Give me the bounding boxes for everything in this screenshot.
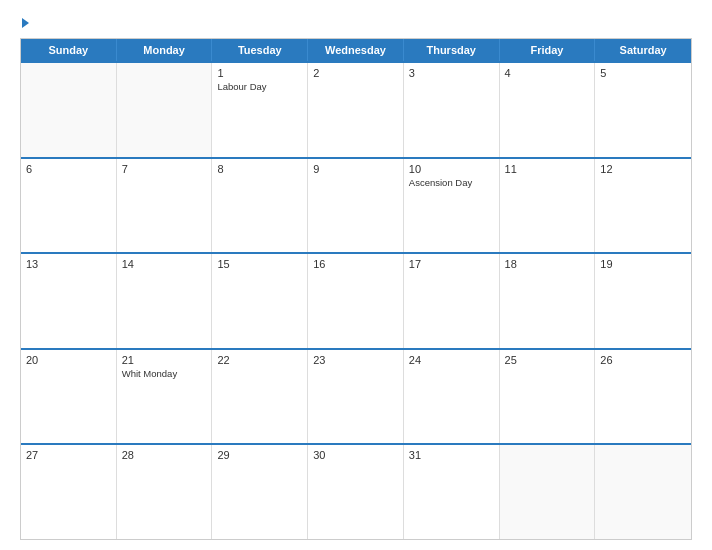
logo-blue-text (20, 18, 29, 28)
calendar-cell: 3 (404, 63, 500, 157)
cal-header-cell: Friday (500, 39, 596, 61)
calendar-week-5: 2728293031 (21, 443, 691, 539)
calendar-cell: 31 (404, 445, 500, 539)
calendar-cell (595, 445, 691, 539)
day-number: 30 (313, 449, 398, 461)
calendar-cell: 29 (212, 445, 308, 539)
day-number: 24 (409, 354, 494, 366)
cal-header-cell: Sunday (21, 39, 117, 61)
day-number: 12 (600, 163, 686, 175)
calendar-cell: 14 (117, 254, 213, 348)
calendar-week-1: 1Labour Day2345 (21, 61, 691, 157)
day-number: 16 (313, 258, 398, 270)
day-number: 10 (409, 163, 494, 175)
day-number: 2 (313, 67, 398, 79)
day-number: 29 (217, 449, 302, 461)
page: SundayMondayTuesdayWednesdayThursdayFrid… (0, 0, 712, 550)
calendar: SundayMondayTuesdayWednesdayThursdayFrid… (20, 38, 692, 540)
calendar-cell: 28 (117, 445, 213, 539)
header (20, 18, 692, 28)
calendar-cell: 6 (21, 159, 117, 253)
calendar-cell: 13 (21, 254, 117, 348)
calendar-cell: 20 (21, 350, 117, 444)
calendar-body: 1Labour Day2345678910Ascension Day111213… (21, 61, 691, 539)
calendar-cell: 11 (500, 159, 596, 253)
day-number: 1 (217, 67, 302, 79)
day-number: 22 (217, 354, 302, 366)
day-number: 4 (505, 67, 590, 79)
calendar-week-2: 678910Ascension Day1112 (21, 157, 691, 253)
calendar-cell: 7 (117, 159, 213, 253)
calendar-cell: 10Ascension Day (404, 159, 500, 253)
day-number: 28 (122, 449, 207, 461)
calendar-cell: 9 (308, 159, 404, 253)
cal-header-cell: Wednesday (308, 39, 404, 61)
day-number: 8 (217, 163, 302, 175)
calendar-cell: 8 (212, 159, 308, 253)
calendar-cell: 15 (212, 254, 308, 348)
calendar-cell: 24 (404, 350, 500, 444)
day-number: 13 (26, 258, 111, 270)
calendar-cell: 4 (500, 63, 596, 157)
day-number: 11 (505, 163, 590, 175)
calendar-cell (21, 63, 117, 157)
day-number: 5 (600, 67, 686, 79)
cal-header-cell: Monday (117, 39, 213, 61)
calendar-cell: 22 (212, 350, 308, 444)
logo (20, 18, 29, 28)
calendar-cell: 25 (500, 350, 596, 444)
day-number: 3 (409, 67, 494, 79)
calendar-cell (117, 63, 213, 157)
day-number: 15 (217, 258, 302, 270)
calendar-cell: 18 (500, 254, 596, 348)
holiday-label: Ascension Day (409, 177, 494, 189)
calendar-cell: 21Whit Monday (117, 350, 213, 444)
calendar-cell: 26 (595, 350, 691, 444)
day-number: 20 (26, 354, 111, 366)
holiday-label: Whit Monday (122, 368, 207, 380)
day-number: 25 (505, 354, 590, 366)
day-number: 18 (505, 258, 590, 270)
logo-triangle-icon (22, 18, 29, 28)
day-number: 6 (26, 163, 111, 175)
calendar-cell: 30 (308, 445, 404, 539)
calendar-header-row: SundayMondayTuesdayWednesdayThursdayFrid… (21, 39, 691, 61)
cal-header-cell: Tuesday (212, 39, 308, 61)
day-number: 7 (122, 163, 207, 175)
calendar-cell: 19 (595, 254, 691, 348)
calendar-week-3: 13141516171819 (21, 252, 691, 348)
calendar-cell: 2 (308, 63, 404, 157)
calendar-cell: 27 (21, 445, 117, 539)
calendar-cell: 17 (404, 254, 500, 348)
holiday-label: Labour Day (217, 81, 302, 93)
day-number: 23 (313, 354, 398, 366)
calendar-cell: 23 (308, 350, 404, 444)
day-number: 17 (409, 258, 494, 270)
day-number: 31 (409, 449, 494, 461)
day-number: 21 (122, 354, 207, 366)
calendar-cell: 16 (308, 254, 404, 348)
calendar-week-4: 2021Whit Monday2223242526 (21, 348, 691, 444)
day-number: 9 (313, 163, 398, 175)
day-number: 27 (26, 449, 111, 461)
calendar-cell (500, 445, 596, 539)
cal-header-cell: Saturday (595, 39, 691, 61)
day-number: 26 (600, 354, 686, 366)
calendar-cell: 5 (595, 63, 691, 157)
day-number: 19 (600, 258, 686, 270)
day-number: 14 (122, 258, 207, 270)
cal-header-cell: Thursday (404, 39, 500, 61)
calendar-cell: 12 (595, 159, 691, 253)
calendar-cell: 1Labour Day (212, 63, 308, 157)
